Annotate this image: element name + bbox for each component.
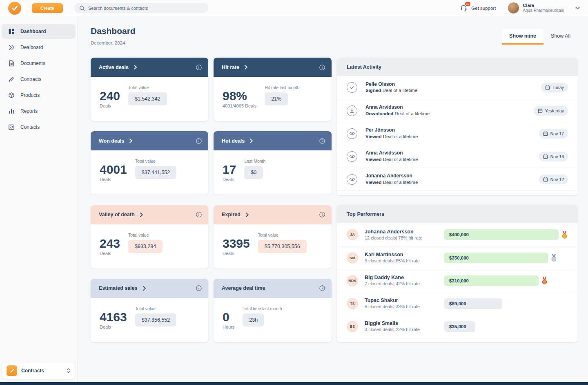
- sidebar-item-label: Dealboard: [20, 45, 43, 50]
- stat-unit: Deals: [223, 177, 236, 182]
- card-title: Active deals: [99, 65, 129, 70]
- chevron-up-down-icon[interactable]: [66, 368, 71, 374]
- activity-date-badge: Nov 12: [539, 175, 568, 184]
- stat-card-expired: Expired 3395 Deals Total value $5,770,30…: [214, 205, 332, 269]
- activity-row[interactable]: Pelle Olsson Signed Deal of a lifetime T…: [337, 76, 578, 99]
- chevron-right-icon: [129, 139, 132, 143]
- card-header[interactable]: Hit rate: [214, 58, 332, 77]
- performer-row[interactable]: KM Karl Martinsson 9 closed deals| 65% h…: [337, 246, 578, 269]
- performer-row[interactable]: BS Biggie Smalls 3 closed deals| 22% hit…: [337, 315, 578, 338]
- activity-row[interactable]: Anna Arvidsson Viewed Deal of a lifetime…: [337, 145, 578, 168]
- card-header[interactable]: Won deals: [91, 131, 208, 150]
- info-icon[interactable]: [319, 138, 325, 144]
- stat-sub-value: $933,284: [128, 240, 163, 253]
- workspace-pen-icon: [7, 365, 17, 376]
- info-icon[interactable]: [196, 65, 202, 70]
- stat-sub-label: Total value: [258, 233, 307, 237]
- activity-row[interactable]: Per Jönsson Viewed Deal of a lifetime No…: [337, 122, 578, 145]
- panel-header: Latest Activity: [337, 58, 578, 76]
- calendar-icon: [543, 131, 548, 136]
- activity-object: Deal of a lifetime: [383, 157, 418, 162]
- activity-row[interactable]: Johanna Andersson Viewed Deal of a lifet…: [337, 168, 578, 190]
- stat-sub-label: Hit rate last month: [265, 85, 299, 90]
- card-header[interactable]: Active deals: [91, 58, 208, 77]
- stat-card-estimated-sales: Estimated sales 4163 Deals Total value $…: [91, 279, 208, 342]
- performer-row[interactable]: BDK Big Daddy Kane 7 closed deals| 42% h…: [337, 269, 578, 292]
- search-input[interactable]: [88, 6, 194, 11]
- calendar-icon: [543, 154, 548, 159]
- headset-icon: 13: [460, 4, 468, 12]
- performer-row[interactable]: JA Johanna Andersson: [337, 338, 578, 342]
- stat-sub-value: $1,542,342: [128, 92, 167, 105]
- workspace-switcher[interactable]: Contracts: [2, 363, 75, 379]
- sidebar-item-contacts[interactable]: Contacts: [2, 120, 76, 134]
- card-header[interactable]: Average deal time: [214, 279, 332, 298]
- sidebar-item-contracts[interactable]: Contracts: [2, 72, 76, 87]
- tab-show-all[interactable]: Show All: [543, 29, 578, 45]
- info-icon[interactable]: [319, 212, 325, 217]
- performer-amount: $350,000: [449, 255, 469, 260]
- sidebar-item-documents[interactable]: Documents: [2, 56, 76, 71]
- stat-sub-value: $37,856,552: [135, 313, 177, 327]
- activity-row[interactable]: Johanna Andersson: [337, 190, 578, 195]
- card-header[interactable]: Estimated sales: [91, 279, 208, 298]
- sidebar-item-dealboard[interactable]: Dealboard: [2, 40, 76, 55]
- stat-unit: Deals: [100, 325, 127, 329]
- calendar-icon: [543, 177, 548, 182]
- performer-stats: 5 closed deals| 33% hit rate: [365, 304, 444, 309]
- contracts-pen-icon: [8, 76, 15, 83]
- activity-name: Johanna Andersson: [365, 173, 539, 179]
- activity-row[interactable]: Anna Arvidsson Downloaded Deal of a life…: [337, 99, 578, 122]
- user-organization: Aqua-Pharmaceuticals: [523, 8, 564, 13]
- user-avatar[interactable]: [508, 2, 519, 13]
- chevron-down-icon[interactable]: [575, 7, 580, 10]
- top-bar: Create 13 Get support Clara Aqua-Pharmac…: [0, 0, 588, 16]
- get-support-button[interactable]: 13 Get support: [460, 4, 496, 12]
- stat-card-valley-of-death: Valley of death 243 Deals Total value $9…: [91, 205, 208, 269]
- user-menu[interactable]: Clara Aqua-Pharmaceuticals: [508, 2, 580, 13]
- stat-unit: 4001/4065 Deals: [223, 103, 256, 108]
- activity-date-badge: Yesterday: [534, 106, 568, 116]
- performer-amount: $310,000: [449, 278, 469, 283]
- card-title: Estimated sales: [99, 285, 138, 291]
- bronze-medal-icon: [541, 277, 548, 284]
- performer-row[interactable]: TS Tupac Shakur 5 closed deals| 33% hit …: [337, 292, 578, 315]
- search-bar[interactable]: [74, 3, 208, 13]
- activity-date: Nov 12: [550, 177, 564, 182]
- performer-row[interactable]: JA Johanna Andersson 12 closed deals| 78…: [337, 223, 578, 246]
- sidebar-item-products[interactable]: Products: [2, 88, 76, 103]
- viewed-icon: [347, 128, 357, 139]
- chevron-right-icon: [143, 286, 146, 291]
- activity-date-badge: Today: [541, 83, 568, 92]
- stat-value: 17: [223, 163, 236, 176]
- card-header[interactable]: Expired: [214, 205, 332, 224]
- performance-pill: $89,000: [444, 298, 502, 309]
- activity-name: Anna Arvidsson: [365, 104, 534, 111]
- app-logo-icon[interactable]: [8, 2, 21, 15]
- card-header[interactable]: Valley of death: [91, 205, 208, 224]
- card-header[interactable]: Hot deals: [214, 131, 332, 150]
- info-icon[interactable]: [196, 285, 202, 291]
- workspace-label: Contracts: [21, 368, 44, 374]
- activity-object: Deal of a lifetime: [383, 134, 418, 139]
- tab-show-mine[interactable]: Show mine: [502, 29, 543, 45]
- sidebar-item-label: Contacts: [20, 124, 40, 130]
- stat-unit: Hours: [223, 325, 234, 329]
- gold-medal-icon: [561, 231, 568, 239]
- info-icon[interactable]: [196, 212, 202, 217]
- stat-sub-label: Total value: [128, 233, 163, 237]
- info-icon[interactable]: [196, 138, 202, 144]
- stat-sub-value: $5,770,305,556: [258, 240, 307, 253]
- chevron-right-icon: [245, 65, 247, 69]
- sidebar-item-dashboard[interactable]: Dashboard: [2, 24, 76, 39]
- create-button[interactable]: Create: [32, 3, 63, 13]
- sidebar-item-reports[interactable]: Reports: [2, 104, 76, 119]
- info-icon[interactable]: [319, 65, 325, 70]
- card-title: Valley of death: [99, 212, 135, 217]
- activity-action: Viewed: [365, 134, 381, 139]
- info-icon[interactable]: [319, 285, 325, 291]
- filter-tabs: Show mine Show All: [502, 29, 578, 45]
- stat-sub-label: Total value: [135, 306, 177, 311]
- chevron-right-icon: [140, 213, 143, 217]
- activity-date: Yesterday: [545, 108, 564, 113]
